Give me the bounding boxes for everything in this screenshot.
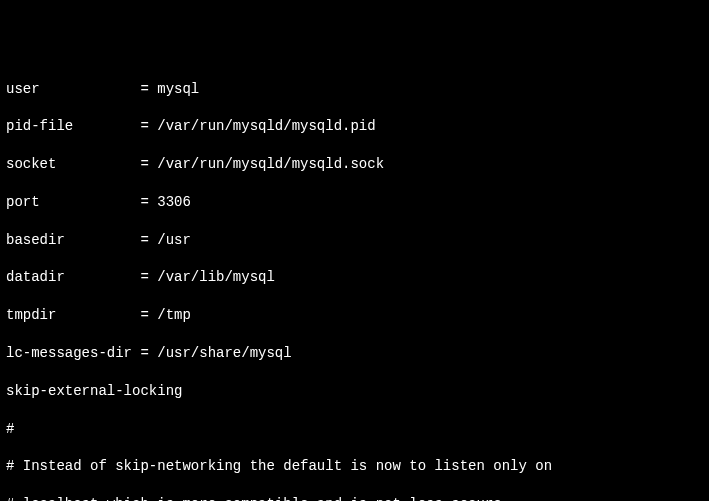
comment-localhost-c: le and is not less secure.: [292, 496, 510, 501]
comment-localhost-line: # localhost which is more compatible and…: [6, 495, 703, 501]
config-line-lc-messages-dir: lc-messages-dir = /usr/share/mysql: [6, 344, 703, 363]
config-line-user: user = mysql: [6, 80, 703, 99]
config-line-socket: socket = /var/run/mysqld/mysqld.sock: [6, 155, 703, 174]
config-line-skip-external-locking: skip-external-locking: [6, 382, 703, 401]
comment-localhost-a: # localhost which is more compati: [6, 496, 283, 501]
config-line-port: port = 3306: [6, 193, 703, 212]
config-line-tmpdir: tmpdir = /tmp: [6, 306, 703, 325]
comment-instead-of: # Instead of skip-networking the default…: [6, 457, 703, 476]
config-line-basedir: basedir = /usr: [6, 231, 703, 250]
comment-localhost-b: b: [283, 496, 291, 501]
config-line-datadir: datadir = /var/lib/mysql: [6, 268, 703, 287]
config-line-pid-file: pid-file = /var/run/mysqld/mysqld.pid: [6, 117, 703, 136]
comment-hash-1: #: [6, 420, 703, 439]
